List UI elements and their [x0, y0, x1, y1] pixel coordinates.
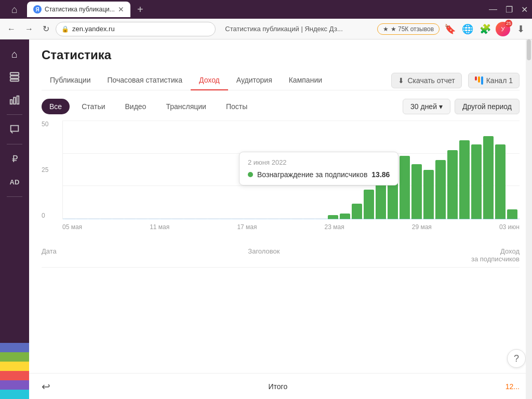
minimize-btn[interactable]: —: [489, 5, 497, 14]
tooltip-item: Вознаграждение за подписчиков 13.86: [248, 170, 390, 179]
tab-income[interactable]: Доход: [191, 71, 228, 90]
filter-video[interactable]: Видео: [117, 99, 154, 114]
other-period-btn[interactable]: Другой период: [455, 99, 520, 114]
tab-favicon: Я: [33, 5, 42, 14]
sidebar-chat-icon[interactable]: [4, 119, 25, 140]
bar-item: [495, 144, 506, 219]
forward-nav-btn[interactable]: →: [22, 22, 36, 36]
color-6: [0, 390, 29, 399]
bookmark-icon[interactable]: 🔖: [443, 22, 457, 36]
bar-item: [447, 150, 458, 219]
tab-close-btn[interactable]: ✕: [118, 5, 124, 14]
reload-btn[interactable]: ↻: [39, 22, 52, 36]
x-label-3: 17 мая: [237, 223, 257, 231]
bar-item: [483, 136, 494, 219]
avatar-initials: У: [501, 26, 505, 32]
globe-icon[interactable]: 🌐: [460, 22, 475, 36]
svg-rect-2: [10, 79, 19, 82]
tooltip-label: Вознаграждение за подписчиков: [257, 170, 367, 179]
footer-row: ↩ Итого 12...: [29, 373, 532, 399]
notification-badge: 25: [505, 20, 512, 27]
channel-label: Канал 1: [486, 76, 513, 85]
period-label: 30 дней: [410, 102, 437, 111]
scrollbar-thumb[interactable]: [527, 39, 531, 60]
statistics-title: Статистика: [42, 48, 520, 62]
back-nav-btn[interactable]: ←: [4, 22, 19, 36]
profile-avatar[interactable]: У 25: [496, 22, 510, 36]
browser-tab[interactable]: Я Статистика публикаци... ✕: [27, 2, 130, 17]
period-30-days-btn[interactable]: 30 дней ▾: [403, 99, 450, 114]
lock-icon: 🔒: [61, 25, 69, 33]
page-title-bar: Статистика публикаций | Яндекс Дз...: [225, 25, 374, 33]
chart-y-labels: 50 25 0: [42, 121, 60, 219]
col-income-wrap: Доход за подписчиков: [471, 247, 520, 263]
new-tab-btn[interactable]: +: [132, 2, 148, 17]
bar-item: [423, 170, 434, 219]
tab-title: Статистика публикаци...: [45, 6, 115, 13]
back-btn[interactable]: ↩: [42, 380, 50, 393]
title-bar-left: ⌂ Я Статистика публикаци... ✕ +: [4, 0, 148, 20]
filter-row: Все Статьи Видео Трансляции Посты 30 дне…: [42, 99, 520, 114]
chevron-down-icon: ▾: [439, 102, 443, 111]
sidebar-chart-icon[interactable]: [4, 89, 25, 110]
filter-posts[interactable]: Посты: [218, 99, 255, 114]
chart-area: 50 25 0: [42, 121, 520, 235]
nav-bar: ← → ↻ 🔒 zen.yandex.ru Статистика публика…: [0, 19, 532, 39]
col-title: Заголовок: [248, 247, 280, 263]
sidebar-layers-icon[interactable]: [4, 66, 25, 87]
tab-campaigns[interactable]: Кампании: [281, 71, 330, 90]
sidebar-ad-icon[interactable]: AD: [4, 171, 25, 192]
help-float-btn[interactable]: ?: [507, 349, 526, 368]
x-label-1: 05 мая: [62, 223, 82, 231]
scrollbar[interactable]: [526, 39, 532, 399]
star-icon: ★: [383, 25, 389, 33]
address-bar[interactable]: 🔒 zen.yandex.ru: [56, 22, 216, 36]
bar-item: [507, 209, 517, 219]
color-3: [0, 362, 29, 371]
review-btn[interactable]: ★ ★ 75К отзывов: [377, 23, 440, 35]
channel-selector-btn[interactable]: Канал 1: [468, 73, 520, 88]
download-icon-btn: ⬇: [398, 76, 404, 85]
tab-hourly[interactable]: Почасовая статистика: [99, 71, 191, 90]
x-label-2: 11 мая: [150, 223, 169, 231]
tabs-actions: ⬇ Скачать отчет Канал 1: [391, 73, 520, 88]
title-bar: ⌂ Я Статистика публикаци... ✕ + — ❐ ✕: [0, 0, 532, 19]
browser-frame: ⌂ Я Статистика публикаци... ✕ + — ❐ ✕ ← …: [0, 0, 532, 399]
bar-item: [352, 204, 362, 219]
address-text: zen.yandex.ru: [72, 25, 210, 33]
download-report-btn[interactable]: ⬇ Скачать отчет: [391, 73, 461, 88]
filter-articles[interactable]: Статьи: [74, 99, 113, 114]
extensions-icon[interactable]: 🧩: [478, 22, 493, 36]
col-income: Доход: [471, 247, 520, 255]
sidebar-home-icon[interactable]: ⌂: [4, 44, 25, 64]
svg-rect-0: [10, 73, 19, 75]
tab-audience[interactable]: Аудитория: [228, 71, 281, 90]
bar-item: [411, 164, 422, 219]
sidebar-divider-3: [7, 196, 22, 197]
x-label-6: 03 июн: [499, 223, 520, 231]
window-home-icon[interactable]: ⌂: [4, 0, 25, 20]
page-content: Статистика Публикации Почасовая статисти…: [29, 39, 532, 399]
maximize-btn[interactable]: ❐: [506, 5, 513, 15]
col-date: Дата: [42, 247, 57, 263]
close-btn[interactable]: ✕: [521, 5, 528, 15]
color-4: [0, 371, 29, 380]
sidebar-ruble-icon[interactable]: ₽: [4, 149, 25, 169]
x-label-4: 23 мая: [325, 223, 344, 231]
color-5: [0, 380, 29, 390]
main-area: ⌂: [0, 39, 532, 399]
download-icon[interactable]: ⬇: [513, 22, 528, 36]
bar-item: [471, 144, 482, 219]
window-controls: — ❐ ✕: [489, 5, 528, 15]
tab-publications[interactable]: Публикации: [42, 71, 99, 90]
sidebar-divider-1: [7, 114, 22, 115]
itogo-label: Итого: [269, 382, 288, 391]
tabs-row: Публикации Почасовая статистика Доход Ау…: [42, 71, 520, 90]
tooltip-date: 2 июня 2022: [248, 158, 390, 166]
svg-rect-5: [17, 96, 19, 104]
sidebar-divider-2: [7, 144, 22, 144]
filter-streams[interactable]: Трансляции: [158, 99, 214, 114]
chart-tooltip: 2 июня 2022 Вознаграждение за подписчико…: [239, 152, 398, 185]
filter-all[interactable]: Все: [42, 99, 70, 114]
taskbar-colors: [0, 343, 29, 399]
